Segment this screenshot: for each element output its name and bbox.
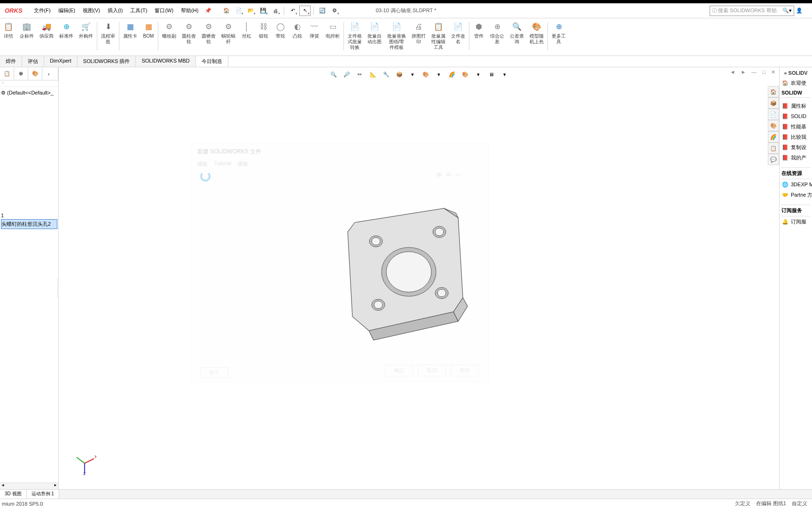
ribbon-button[interactable]: 🚚供应商 (37, 20, 56, 53)
3d-part-model[interactable] (327, 199, 477, 359)
ribbon-button[interactable]: ◐凸轮 (289, 20, 306, 53)
ribbon-button[interactable]: ⚙圆柱齿 轮 (179, 20, 199, 53)
view-mode-icon[interactable]: ▭ (455, 171, 460, 177)
ribbon-button[interactable]: ⬇流程审 批 (98, 20, 118, 53)
view-tab-3d[interactable]: 3D 视图 (0, 490, 27, 499)
menu-edit[interactable]: 编辑(E) (55, 5, 78, 16)
tree-item[interactable]: 1 (1, 212, 57, 219)
orientation-triad-icon[interactable]: x z (73, 452, 96, 475)
ribbon-button[interactable]: 📋批量属 性编辑 工具 (429, 20, 448, 53)
hud-button[interactable]: 🎨 (460, 69, 471, 79)
viewport-window-control[interactable]: ◄ (730, 69, 735, 75)
viewport-window-control[interactable]: — (751, 69, 757, 75)
viewport-window-control[interactable]: □ (762, 69, 765, 75)
ribbon-button[interactable]: 🖨拼图打 印 (409, 20, 429, 53)
ribbon-button[interactable]: ◯带轮 (272, 20, 289, 53)
menu-file[interactable]: 文件(F) (31, 5, 54, 16)
dialog-tab[interactable]: 模板 (238, 160, 248, 167)
select-button[interactable]: ↖ (299, 6, 311, 16)
task-pane-item[interactable]: 🤝Partne 方案) (781, 190, 810, 200)
hud-button[interactable]: 🔎 (341, 69, 352, 79)
new-button[interactable]: 📄 (233, 6, 244, 16)
ribbon-button[interactable]: ⊕标准件 (56, 20, 76, 53)
ribbon-button[interactable]: 📋详情 (0, 20, 17, 53)
menu-view[interactable]: 视图(V) (80, 5, 103, 16)
viewport-side-tab[interactable]: 💬 (768, 154, 779, 165)
view-mode-icon[interactable]: ▦ (437, 171, 441, 177)
viewport-side-tab[interactable]: 📦 (768, 97, 779, 109)
command-tab[interactable]: 评估 (22, 56, 44, 67)
dialog-ok-button[interactable]: 确定 (385, 365, 413, 376)
pin-icon[interactable]: 📌 (205, 8, 211, 14)
view-tab-motion[interactable]: 运动算例 1 (27, 490, 59, 499)
print-button[interactable]: 🖨 (270, 6, 281, 16)
ribbon-button[interactable]: 🛒外购件 (76, 20, 96, 53)
task-pane-item[interactable]: 🔔订阅服 (781, 216, 810, 227)
task-pane-item[interactable]: 🌐3DEXP Market (781, 179, 810, 190)
task-pane-item[interactable]: 📕属性标 (781, 101, 810, 111)
command-tab[interactable]: SOLIDWORKS 插件 (78, 56, 136, 67)
viewport-window-control[interactable]: ✕ (771, 69, 775, 75)
ribbon-button[interactable]: ⊕更多工 具 (549, 20, 569, 53)
menu-window[interactable]: 窗口(W) (152, 5, 176, 16)
ribbon-button[interactable]: ⊕综合公 差 (487, 20, 507, 53)
ribbon-button[interactable]: 🎨模型随 机上色 (527, 20, 547, 53)
ft-tab-config[interactable]: ⊕ (14, 68, 28, 80)
hud-button[interactable]: 📦 (394, 69, 405, 79)
command-tab[interactable]: SOLIDWORKS MBD (136, 56, 195, 67)
command-tab[interactable]: 今日制造 (196, 56, 228, 67)
ft-tab-display[interactable]: 🎨 (28, 68, 42, 80)
hud-button[interactable]: 📐 (367, 69, 379, 79)
hud-button[interactable]: 🌈 (446, 69, 458, 79)
hud-button[interactable]: 🔧 (381, 69, 392, 79)
viewport-side-tab[interactable]: 🌈 (768, 131, 779, 143)
task-pane-item[interactable]: 📕我的产 (781, 152, 810, 163)
dialog-novice-button[interactable]: 新手 (200, 367, 228, 378)
tree-scrollbar[interactable] (0, 483, 58, 489)
help-search-input[interactable]: ⓘ 搜索 SOLIDWORKS 帮助 🔍▾ (710, 6, 794, 16)
ft-tab-more[interactable]: › (42, 68, 58, 80)
hud-button[interactable]: 🖥 (486, 69, 497, 79)
3d-viewport[interactable]: 🔍🔎✏📐🔧📦▾🎨▾🌈🎨▾🖥▾ ◄►—□✕ 🏠📦📄🎨🌈📋💬 新建 SOLIDWOR… (59, 67, 779, 489)
options-button[interactable]: ⚙ (329, 6, 340, 16)
hud-button[interactable]: ✏ (354, 69, 366, 79)
menu-tools[interactable]: 工具(T) (127, 5, 150, 16)
save-button[interactable]: 💾 (258, 6, 269, 16)
rebuild-button[interactable]: 🔄 (317, 6, 328, 16)
ribbon-button[interactable]: 📄文件格 式批量 转换 (345, 20, 365, 53)
ribbon-button[interactable]: 📄文件改 名 (448, 20, 468, 53)
config-node[interactable]: ⚙ (Default<<Default>_ (1, 89, 57, 97)
hud-button[interactable]: ▾ (407, 69, 418, 79)
ribbon-button[interactable]: ▭电控柜 (323, 20, 343, 53)
command-tab[interactable]: DimXpert (44, 56, 78, 67)
task-pane-item[interactable]: 📕复制设 (781, 142, 810, 152)
ribbon-button[interactable]: ▦属性卡 (120, 20, 140, 53)
undo-button[interactable]: ↶ (287, 6, 298, 16)
hud-button[interactable]: 🎨 (420, 69, 431, 79)
viewport-side-tab[interactable]: 🏠 (768, 86, 779, 97)
tree-item-selected[interactable]: 头螺钉的柱形沉头孔2 (1, 219, 57, 229)
menu-help[interactable]: 帮助(H) (178, 5, 201, 16)
task-pane-item[interactable]: 📕比较我 (781, 132, 810, 142)
dialog-tab[interactable]: Tutorial (214, 160, 231, 167)
open-button[interactable]: 📂 (245, 6, 257, 16)
ribbon-button[interactable]: ⚙蜗轮蜗 杆 (219, 20, 238, 53)
task-welcome[interactable]: 🏠欢迎使 (781, 78, 810, 88)
task-pane-item[interactable]: 📕性能基 (781, 121, 810, 132)
view-mode-icon[interactable]: ▤ (446, 171, 451, 177)
viewport-side-tab[interactable]: 📄 (768, 109, 779, 120)
ribbon-button[interactable]: ▦BOM (140, 20, 157, 53)
ribbon-button[interactable]: 🏢企标件 (17, 20, 37, 53)
viewport-side-tab[interactable]: 📋 (768, 143, 779, 154)
dialog-cancel-button[interactable]: 取消 (418, 365, 446, 376)
viewport-window-control[interactable]: ► (741, 69, 746, 75)
ribbon-button[interactable]: ⬢管件 (470, 20, 487, 53)
ribbon-button[interactable]: ⚙螺栓副 (159, 20, 179, 53)
user-icon[interactable]: 👤 (796, 8, 803, 14)
home-button[interactable]: 🏠 (221, 6, 232, 16)
ribbon-button[interactable]: 〰弹簧 (306, 20, 323, 53)
ribbon-button[interactable]: 🔍公差查 询 (507, 20, 527, 53)
command-tab[interactable]: 焊件 (0, 56, 22, 67)
menu-insert[interactable]: 插入(I) (105, 5, 125, 16)
dialog-help-button[interactable]: 帮助 (451, 365, 479, 376)
